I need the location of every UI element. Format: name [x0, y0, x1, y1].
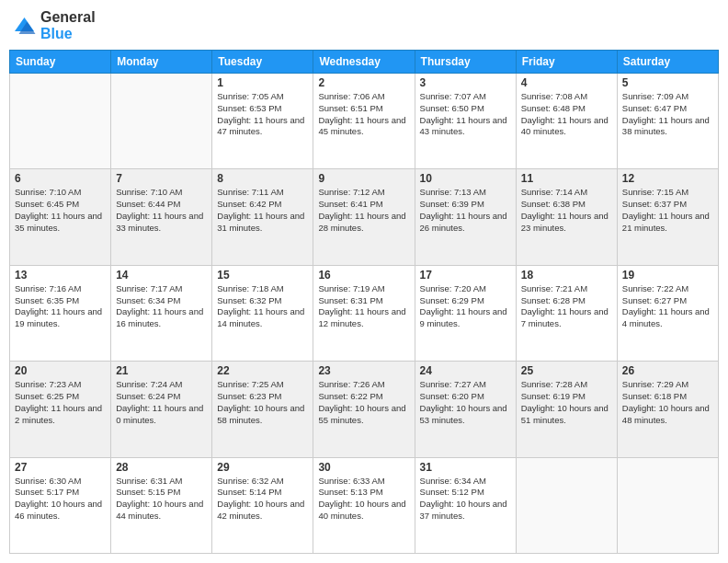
day-info: Sunrise: 7:26 AM Sunset: 6:22 PM Dayligh…	[318, 379, 409, 426]
day-info: Sunrise: 7:12 AM Sunset: 6:41 PM Dayligh…	[318, 187, 409, 234]
day-number: 7	[116, 172, 207, 185]
day-number: 9	[318, 172, 409, 185]
day-number: 10	[420, 172, 511, 185]
calendar-cell: 24Sunrise: 7:27 AM Sunset: 6:20 PM Dayli…	[415, 362, 516, 457]
day-info: Sunrise: 7:15 AM Sunset: 6:37 PM Dayligh…	[622, 187, 713, 234]
day-info: Sunrise: 7:18 AM Sunset: 6:32 PM Dayligh…	[217, 283, 308, 330]
calendar-cell: 28Sunrise: 6:31 AM Sunset: 5:15 PM Dayli…	[111, 457, 212, 553]
calendar-header-wednesday: Wednesday	[313, 51, 415, 74]
calendar-cell: 13Sunrise: 7:16 AM Sunset: 6:35 PM Dayli…	[10, 265, 111, 361]
day-number: 17	[420, 269, 511, 282]
calendar-cell: 29Sunrise: 6:32 AM Sunset: 5:14 PM Dayli…	[212, 457, 313, 553]
day-info: Sunrise: 7:10 AM Sunset: 6:44 PM Dayligh…	[116, 187, 207, 234]
day-number: 8	[217, 172, 308, 185]
day-info: Sunrise: 7:19 AM Sunset: 6:31 PM Dayligh…	[318, 283, 409, 330]
day-number: 25	[521, 364, 612, 377]
day-number: 24	[420, 364, 511, 377]
day-info: Sunrise: 6:33 AM Sunset: 5:13 PM Dayligh…	[318, 476, 409, 523]
day-number: 23	[318, 364, 409, 377]
logo-icon	[9, 12, 37, 40]
day-number: 27	[15, 461, 106, 474]
day-number: 19	[622, 269, 713, 282]
day-number: 18	[521, 269, 612, 282]
calendar-cell: 30Sunrise: 6:33 AM Sunset: 5:13 PM Dayli…	[313, 457, 415, 553]
day-info: Sunrise: 7:16 AM Sunset: 6:35 PM Dayligh…	[15, 283, 106, 330]
day-number: 12	[622, 172, 713, 185]
calendar-cell: 31Sunrise: 6:34 AM Sunset: 5:12 PM Dayli…	[415, 457, 516, 553]
day-number: 16	[318, 269, 409, 282]
day-number: 5	[622, 76, 713, 89]
day-number: 26	[622, 364, 713, 377]
calendar-cell: 22Sunrise: 7:25 AM Sunset: 6:23 PM Dayli…	[212, 362, 313, 457]
day-info: Sunrise: 7:07 AM Sunset: 6:50 PM Dayligh…	[420, 91, 511, 138]
calendar-cell: 17Sunrise: 7:20 AM Sunset: 6:29 PM Dayli…	[415, 265, 516, 361]
calendar-week-4: 20Sunrise: 7:23 AM Sunset: 6:25 PM Dayli…	[10, 362, 719, 457]
day-number: 22	[217, 364, 308, 377]
day-number: 30	[318, 461, 409, 474]
day-number: 2	[318, 76, 409, 89]
day-number: 14	[116, 269, 207, 282]
day-info: Sunrise: 7:28 AM Sunset: 6:19 PM Dayligh…	[521, 379, 612, 426]
calendar-cell: 20Sunrise: 7:23 AM Sunset: 6:25 PM Dayli…	[10, 362, 111, 457]
calendar-cell	[516, 457, 617, 553]
calendar-week-2: 6Sunrise: 7:10 AM Sunset: 6:45 PM Daylig…	[10, 169, 719, 265]
calendar-cell: 3Sunrise: 7:07 AM Sunset: 6:50 PM Daylig…	[415, 74, 516, 169]
calendar-cell: 1Sunrise: 7:05 AM Sunset: 6:53 PM Daylig…	[212, 74, 313, 169]
day-number: 31	[420, 461, 511, 474]
calendar-cell: 23Sunrise: 7:26 AM Sunset: 6:22 PM Dayli…	[313, 362, 415, 457]
calendar-cell: 16Sunrise: 7:19 AM Sunset: 6:31 PM Dayli…	[313, 265, 415, 361]
calendar-header-tuesday: Tuesday	[212, 51, 313, 74]
day-info: Sunrise: 7:08 AM Sunset: 6:48 PM Dayligh…	[521, 91, 612, 138]
day-number: 20	[15, 364, 106, 377]
calendar-cell: 15Sunrise: 7:18 AM Sunset: 6:32 PM Dayli…	[212, 265, 313, 361]
day-number: 28	[116, 461, 207, 474]
day-info: Sunrise: 7:14 AM Sunset: 6:38 PM Dayligh…	[521, 187, 612, 234]
calendar-cell: 21Sunrise: 7:24 AM Sunset: 6:24 PM Dayli…	[111, 362, 212, 457]
calendar-cell: 2Sunrise: 7:06 AM Sunset: 6:51 PM Daylig…	[313, 74, 415, 169]
calendar-header-friday: Friday	[516, 51, 617, 74]
calendar-cell	[111, 74, 212, 169]
day-info: Sunrise: 7:27 AM Sunset: 6:20 PM Dayligh…	[420, 379, 511, 426]
calendar-cell: 26Sunrise: 7:29 AM Sunset: 6:18 PM Dayli…	[617, 362, 718, 457]
day-info: Sunrise: 7:20 AM Sunset: 6:29 PM Dayligh…	[420, 283, 511, 330]
day-info: Sunrise: 7:21 AM Sunset: 6:28 PM Dayligh…	[521, 283, 612, 330]
day-number: 4	[521, 76, 612, 89]
calendar-cell: 14Sunrise: 7:17 AM Sunset: 6:34 PM Dayli…	[111, 265, 212, 361]
day-info: Sunrise: 7:05 AM Sunset: 6:53 PM Dayligh…	[217, 91, 308, 138]
calendar-week-1: 1Sunrise: 7:05 AM Sunset: 6:53 PM Daylig…	[10, 74, 719, 169]
calendar-cell: 10Sunrise: 7:13 AM Sunset: 6:39 PM Dayli…	[415, 169, 516, 265]
day-info: Sunrise: 7:13 AM Sunset: 6:39 PM Dayligh…	[420, 187, 511, 234]
calendar-header-monday: Monday	[111, 51, 212, 74]
day-info: Sunrise: 7:23 AM Sunset: 6:25 PM Dayligh…	[15, 379, 106, 426]
day-info: Sunrise: 7:22 AM Sunset: 6:27 PM Dayligh…	[622, 283, 713, 330]
calendar: SundayMondayTuesdayWednesdayThursdayFrid…	[9, 50, 719, 554]
day-number: 21	[116, 364, 207, 377]
page: General Blue SundayMondayTuesdayWednesda…	[0, 0, 728, 563]
logo-text: General Blue	[40, 9, 96, 42]
calendar-cell: 9Sunrise: 7:12 AM Sunset: 6:41 PM Daylig…	[313, 169, 415, 265]
day-info: Sunrise: 6:31 AM Sunset: 5:15 PM Dayligh…	[116, 476, 207, 523]
calendar-cell: 25Sunrise: 7:28 AM Sunset: 6:19 PM Dayli…	[516, 362, 617, 457]
day-info: Sunrise: 7:17 AM Sunset: 6:34 PM Dayligh…	[116, 283, 207, 330]
day-number: 29	[217, 461, 308, 474]
calendar-week-3: 13Sunrise: 7:16 AM Sunset: 6:35 PM Dayli…	[10, 265, 719, 361]
day-number: 15	[217, 269, 308, 282]
calendar-cell: 6Sunrise: 7:10 AM Sunset: 6:45 PM Daylig…	[10, 169, 111, 265]
calendar-header-thursday: Thursday	[415, 51, 516, 74]
logo: General Blue	[9, 9, 96, 42]
calendar-cell: 27Sunrise: 6:30 AM Sunset: 5:17 PM Dayli…	[10, 457, 111, 553]
day-info: Sunrise: 7:09 AM Sunset: 6:47 PM Dayligh…	[622, 91, 713, 138]
calendar-cell: 18Sunrise: 7:21 AM Sunset: 6:28 PM Dayli…	[516, 265, 617, 361]
calendar-header-row: SundayMondayTuesdayWednesdayThursdayFrid…	[10, 51, 719, 74]
day-info: Sunrise: 7:06 AM Sunset: 6:51 PM Dayligh…	[318, 91, 409, 138]
day-info: Sunrise: 7:25 AM Sunset: 6:23 PM Dayligh…	[217, 379, 308, 426]
day-info: Sunrise: 7:29 AM Sunset: 6:18 PM Dayligh…	[622, 379, 713, 426]
calendar-cell	[10, 74, 111, 169]
calendar-cell: 4Sunrise: 7:08 AM Sunset: 6:48 PM Daylig…	[516, 74, 617, 169]
calendar-header-sunday: Sunday	[10, 51, 111, 74]
day-info: Sunrise: 7:11 AM Sunset: 6:42 PM Dayligh…	[217, 187, 308, 234]
calendar-cell: 7Sunrise: 7:10 AM Sunset: 6:44 PM Daylig…	[111, 169, 212, 265]
day-number: 13	[15, 269, 106, 282]
day-number: 1	[217, 76, 308, 89]
calendar-cell: 8Sunrise: 7:11 AM Sunset: 6:42 PM Daylig…	[212, 169, 313, 265]
